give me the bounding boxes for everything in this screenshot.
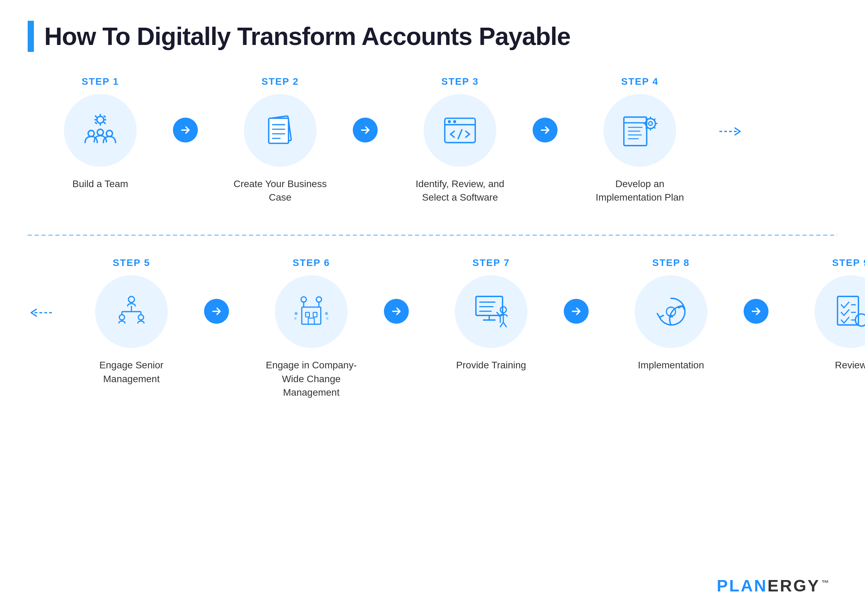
arrow-right-icon-3 [539, 124, 551, 136]
arrow-circle-8 [744, 299, 769, 324]
svg-point-30 [138, 315, 143, 320]
svg-point-41 [294, 317, 297, 320]
step-7-circle [455, 275, 527, 348]
step-9-text: Review [835, 358, 865, 372]
svg-point-40 [325, 312, 328, 315]
svg-rect-35 [302, 307, 321, 324]
step-6-circle [275, 275, 348, 348]
step-1-circle [64, 94, 137, 167]
svg-point-49 [500, 307, 506, 313]
svg-rect-43 [476, 296, 502, 316]
step-9: STEP 9 [778, 257, 865, 372]
planergy-ergy: ERGY [768, 577, 820, 595]
step-4-circle [604, 94, 676, 167]
step-3-text: Identify, Review, and Select a Software [411, 177, 509, 204]
page-container: How To Digitally Transform Accounts Paya… [0, 0, 865, 616]
arrow-3-4 [533, 76, 567, 143]
planergy-plan: PLAN [717, 577, 768, 595]
arrow-6-7 [384, 257, 419, 324]
page-title: How To Digitally Transform Accounts Paya… [44, 22, 570, 50]
svg-point-2 [97, 129, 104, 135]
arrow-circle-5 [204, 299, 229, 324]
step-7: STEP 7 [419, 257, 564, 372]
svg-point-12 [448, 120, 451, 123]
svg-rect-37 [313, 313, 317, 317]
change-icon [292, 292, 330, 331]
svg-point-31 [301, 297, 306, 302]
svg-point-28 [119, 315, 124, 320]
svg-point-32 [316, 297, 321, 302]
dashed-line [28, 232, 837, 239]
step-5: STEP 5 [59, 257, 204, 385]
dashed-separator [28, 232, 837, 240]
svg-line-14 [458, 130, 462, 139]
step-9-circle [815, 275, 865, 348]
header: How To Digitally Transform Accounts Paya… [28, 21, 837, 52]
step-5-circle [95, 275, 168, 348]
svg-point-13 [453, 120, 456, 123]
row2: STEP 5 [28, 257, 837, 399]
arrow-circle-3 [533, 118, 557, 143]
implementation-icon [621, 112, 659, 149]
planergy-logo: PLANERGY™ [717, 576, 830, 595]
arrow-circle-1 [173, 118, 198, 143]
planergy-tm: ™ [821, 579, 830, 587]
step-6: STEP 6 [239, 257, 384, 399]
team-icon [81, 112, 119, 149]
arrow-1-2 [173, 76, 207, 143]
step-1-text: Build a Team [72, 177, 128, 190]
review-icon [832, 292, 865, 331]
code-icon [441, 112, 479, 149]
gears-icon [652, 292, 690, 331]
arrow-circle-7 [564, 299, 589, 324]
management-icon [112, 292, 151, 331]
step-5-text: Engage Senior Management [83, 358, 180, 385]
svg-point-55 [855, 314, 865, 326]
step-2-circle [244, 94, 317, 167]
svg-point-0 [97, 116, 104, 123]
step-5-label: STEP 5 [113, 257, 150, 269]
step-7-text: Provide Training [456, 358, 526, 372]
step-3-circle [424, 94, 496, 167]
arrow-right-icon-6 [390, 305, 403, 317]
step-2: STEP 2 Create Your Busin [207, 76, 353, 204]
svg-point-3 [107, 130, 113, 137]
step-8-label: STEP 8 [652, 257, 690, 269]
arrow-7-8 [564, 257, 598, 324]
arrow-right-icon-8 [750, 305, 762, 317]
arrow-5-6 [204, 257, 239, 324]
arrow-right-icon-7 [570, 305, 582, 317]
rows-wrapper: STEP 1 [28, 76, 837, 399]
svg-point-39 [295, 312, 298, 315]
arrow-2-3 [353, 76, 387, 143]
arrow-circle-6 [384, 299, 409, 324]
step-7-label: STEP 7 [473, 257, 510, 269]
step-4-text: Develop an Implementation Plan [592, 177, 688, 204]
step-4-label: STEP 4 [621, 76, 659, 87]
svg-point-42 [326, 317, 328, 320]
arrow-right-icon [179, 124, 192, 136]
step-1: STEP 1 [28, 76, 173, 190]
arrow-8-9 [744, 257, 778, 324]
training-icon [472, 292, 510, 331]
svg-rect-5 [269, 118, 289, 143]
step-2-text: Create Your Business Case [232, 177, 328, 204]
step-3: STEP 3 Identify, Review, and Select a [387, 76, 533, 204]
arrow-circle-2 [353, 118, 378, 143]
svg-point-1 [88, 130, 94, 137]
arrow-wrap-left [28, 257, 55, 327]
step-9-label: STEP 9 [832, 257, 865, 269]
header-accent [28, 21, 34, 52]
step-1-label: STEP 1 [82, 76, 119, 87]
step-3-label: STEP 3 [441, 76, 479, 87]
step-6-text: Engage in Company-Wide Change Management [263, 358, 360, 399]
step-6-label: STEP 6 [293, 257, 330, 269]
row1: STEP 1 [28, 76, 837, 225]
step-2-label: STEP 2 [261, 76, 299, 87]
svg-rect-38 [308, 318, 314, 324]
arrow-wrap-left-svg [28, 299, 55, 327]
arrow-4-wrap [716, 76, 744, 145]
planergy-text: PLANERGY™ [717, 576, 830, 595]
documents-icon [261, 112, 299, 149]
step-8-circle [635, 275, 707, 348]
